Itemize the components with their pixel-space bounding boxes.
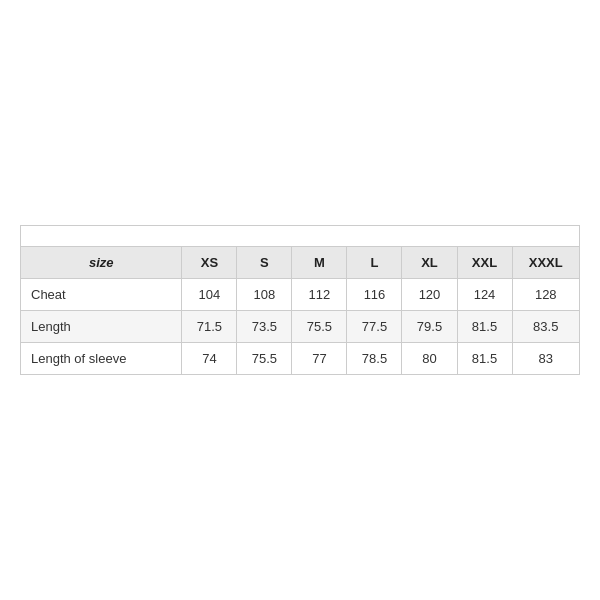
cell-value: 77: [292, 343, 347, 375]
cell-value: 79.5: [402, 311, 457, 343]
cell-value: 73.5: [237, 311, 292, 343]
cell-value: 128: [512, 279, 579, 311]
table-row: Length71.573.575.577.579.581.583.5: [21, 311, 580, 343]
size-chart-table: size XS S M L XL XXL XXXL Cheat104108112…: [20, 225, 580, 375]
cell-value: 80: [402, 343, 457, 375]
header-xs: XS: [182, 247, 237, 279]
row-label: Cheat: [21, 279, 182, 311]
cell-value: 108: [237, 279, 292, 311]
header-s: S: [237, 247, 292, 279]
title-row: [21, 226, 580, 247]
table-row: Cheat104108112116120124128: [21, 279, 580, 311]
row-label: Length: [21, 311, 182, 343]
cell-value: 71.5: [182, 311, 237, 343]
cell-value: 104: [182, 279, 237, 311]
header-m: M: [292, 247, 347, 279]
table-title: [21, 226, 580, 247]
table-row: Length of sleeve7475.57778.58081.583: [21, 343, 580, 375]
cell-value: 78.5: [347, 343, 402, 375]
table-body: Cheat104108112116120124128Length71.573.5…: [21, 279, 580, 375]
cell-value: 81.5: [457, 343, 512, 375]
header-xxxl: XXXL: [512, 247, 579, 279]
row-label: Length of sleeve: [21, 343, 182, 375]
cell-value: 75.5: [237, 343, 292, 375]
cell-value: 120: [402, 279, 457, 311]
header-l: L: [347, 247, 402, 279]
size-chart-container: size XS S M L XL XXL XXXL Cheat104108112…: [20, 225, 580, 375]
cell-value: 74: [182, 343, 237, 375]
header-size: size: [21, 247, 182, 279]
cell-value: 81.5: [457, 311, 512, 343]
cell-value: 116: [347, 279, 402, 311]
cell-value: 83: [512, 343, 579, 375]
cell-value: 77.5: [347, 311, 402, 343]
cell-value: 124: [457, 279, 512, 311]
cell-value: 112: [292, 279, 347, 311]
cell-value: 75.5: [292, 311, 347, 343]
header-xl: XL: [402, 247, 457, 279]
header-xxl: XXL: [457, 247, 512, 279]
header-row: size XS S M L XL XXL XXXL: [21, 247, 580, 279]
cell-value: 83.5: [512, 311, 579, 343]
